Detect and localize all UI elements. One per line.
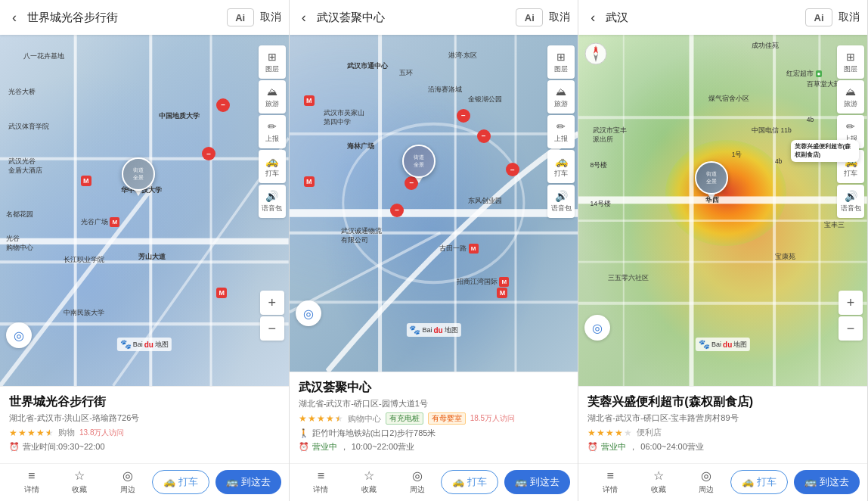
place-title-3: 芙蓉兴盛便利超市(森权副食店)	[587, 394, 858, 410]
tool-report-1[interactable]: ✏ 上报	[259, 115, 286, 148]
tool-layers-3[interactable]: ⊞ 图层	[837, 45, 864, 79]
action-bar-1: ≡ 详情 ☆ 收藏 ◎ 周边 🚕 打车 🚌 到这去	[0, 463, 289, 501]
detail-button-2[interactable]: ≡ 详情	[297, 469, 346, 495]
tool-layers-2[interactable]: ⊞ 图层	[547, 45, 575, 79]
ai-button-2[interactable]: Ai	[516, 8, 543, 26]
tool-voice-2[interactable]: 🔊 语音包	[547, 185, 575, 218]
nearby-button-3[interactable]: ◎ 周边	[682, 468, 730, 495]
zoom-in-3[interactable]: +	[839, 291, 863, 315]
map-tools-2: ⊞ 图层 ⛰ 旅游 ✏ 上报 🚕 打车 🔊 语音包	[544, 42, 578, 221]
place-address-2: 湖北省-武汉市-硚口区-园博大道1号	[299, 398, 569, 409]
place-title-1: 世界城光谷步行街	[9, 394, 280, 410]
tool-report-2[interactable]: ✏ 上报	[547, 115, 575, 148]
topbar-title-1: 世界城光谷步行街	[27, 11, 221, 25]
map-tools-3: ⊞ 图层 ⛰ 旅游 ✏ 上报 🚕 打车 🔊 语音包	[834, 42, 867, 221]
place-category-2: 购物中心	[348, 413, 381, 425]
map-marker-3: 街道全景	[695, 161, 728, 200]
cancel-button-3[interactable]: 取消	[839, 11, 860, 24]
nearby-button-2[interactable]: ◎ 周边	[393, 468, 442, 495]
place-address-1: 湖北省-武汉市-洪山区-珞瑜路726号	[9, 412, 280, 424]
info-card-2: 武汉荟聚中心 湖北省-武汉市-硚口区-园博大道1号 ★★★★★★ 购物中心 有充…	[290, 372, 578, 463]
panel-2: ‹ 武汉荟聚中心 Ai 取消 港湾·东区 沿海赛洛城 武汉市吴家山第四中学 金银…	[290, 0, 579, 501]
collect-button-1[interactable]: ☆ 收藏	[56, 468, 104, 495]
zoom-out-3[interactable]: −	[839, 316, 863, 341]
topbar-1: ‹ 世界城光谷步行街 Ai 取消	[0, 0, 289, 35]
location-button-3[interactable]: ◎	[584, 315, 610, 341]
collect-button-2[interactable]: ☆ 收藏	[345, 468, 393, 495]
map-store-label-3: 芙蓉兴盛便利超市(森权副食店)	[795, 143, 855, 159]
place-category-3: 便利店	[637, 427, 662, 438]
topbar-2: ‹ 武汉荟聚中心 Ai 取消	[290, 0, 578, 35]
place-title-2: 武汉荟聚中心	[299, 380, 569, 396]
location-button-1[interactable]: ◎	[6, 322, 32, 348]
svg-line-7	[0, 190, 150, 386]
tool-tourism-2[interactable]: ⛰ 旅游	[547, 80, 575, 114]
visit-count-1: 13.8万人访问	[79, 428, 124, 438]
taxi-button-2[interactable]: 🚕 打车	[441, 470, 498, 494]
charge-tag-2: 有充电桩	[386, 412, 423, 425]
panel-3: ‹ 武汉 Ai 取消 成功佳苑 红宏超市 ● 煤气宿舍小区 百草堂大药房 武汉市…	[578, 0, 868, 501]
map-1[interactable]: 八一花卉基地 光谷大桥 武汉体育学院 中国地质大学 武汉光谷金盾大酒店 华中科技…	[0, 35, 289, 386]
rating-stars-1: ★★★★★★	[9, 428, 54, 438]
navigate-button-3[interactable]: 🚌 到这去	[794, 470, 860, 494]
topbar-title-3: 武汉	[606, 11, 799, 25]
collect-button-3[interactable]: ☆ 收藏	[634, 468, 683, 495]
navigate-button-1[interactable]: 🚌 到这去	[215, 470, 281, 494]
zoom-in-1[interactable]: +	[260, 291, 284, 315]
taxi-button-1[interactable]: 🚕 打车	[152, 470, 209, 494]
location-button-2[interactable]: ◎	[296, 300, 321, 326]
nav-buttons-3: 🚕 打车 🚌 到这去	[730, 470, 860, 494]
topbar-title-2: 武汉荟聚中心	[317, 11, 510, 25]
zoom-controls-3: + −	[839, 291, 863, 341]
nearby-button-1[interactable]: ◎ 周边	[104, 468, 152, 495]
zoom-out-1[interactable]: −	[260, 316, 284, 341]
tool-taxi-2[interactable]: 🚕 打车	[547, 150, 575, 183]
baidu-logo-1: 🐾 Baidu地图	[117, 338, 172, 351]
tool-voice-1[interactable]: 🔊 语音包	[259, 185, 286, 218]
baidu-logo-3: 🐾 Baidu地图	[696, 338, 750, 351]
place-address-3: 湖北省-武汉市-硚口区-宝丰路营房村89号	[587, 412, 858, 424]
topbar-3: ‹ 武汉 Ai 取消	[578, 0, 867, 35]
map-2[interactable]: 港湾·东区 沿海赛洛城 武汉市吴家山第四中学 金银湖公园 海林广场 五环 武汉市…	[290, 35, 578, 372]
map-tools-1: ⊞ 图层 ⛰ 旅游 ✏ 上报 🚕 打车 🔊 语音包	[256, 42, 289, 221]
navigate-button-2[interactable]: 🚌 到这去	[504, 470, 570, 494]
panel-1: ‹ 世界城光谷步行街 Ai 取消 八一花卉基地 光谷大桥 武汉体育学院 中国地质…	[0, 0, 290, 501]
ai-button-3[interactable]: Ai	[805, 8, 832, 26]
detail-button-3[interactable]: ≡ 详情	[586, 469, 634, 495]
place-hours-1: ⏰ 营业时间:09:30~22:00	[9, 441, 280, 453]
tool-taxi-1[interactable]: 🚕 打车	[259, 150, 286, 183]
back-button-1[interactable]: ‹	[8, 8, 21, 27]
ai-button-1[interactable]: Ai	[227, 8, 254, 26]
detail-button-1[interactable]: ≡ 详情	[8, 469, 56, 495]
map-3[interactable]: 成功佳苑 红宏超市 ● 煤气宿舍小区 百草堂大药房 武汉市宝丰派出所 中国电信 …	[578, 35, 867, 386]
action-bar-3: ≡ 详情 ☆ 收藏 ◎ 周边 🚕 打车 🚌 到这去	[578, 463, 867, 501]
cancel-button-1[interactable]: 取消	[260, 11, 281, 24]
zoom-controls-1: + −	[260, 291, 284, 341]
map-marker-1: 街道全景	[122, 157, 155, 196]
action-bar-2: ≡ 详情 ☆ 收藏 ◎ 周边 🚕 打车 🚌 到这去	[290, 463, 578, 501]
map-marker-2: 街道全景	[402, 145, 436, 183]
cancel-button-2[interactable]: 取消	[549, 11, 570, 24]
place-distance-2: 🚶 距竹叶海地铁站(出口2)步行785米	[299, 428, 569, 439]
svg-text:N: N	[594, 46, 597, 51]
back-button-2[interactable]: ‹	[297, 8, 311, 27]
back-button-3[interactable]: ‹	[586, 8, 600, 27]
info-tags-3: ★★★★★ 便利店	[587, 427, 858, 438]
rating-stars-3: ★★★★★	[587, 428, 632, 438]
tool-tourism-3[interactable]: ⛰ 旅游	[837, 80, 864, 114]
info-tags-1: ★★★★★★ 购物 13.8万人访问	[9, 427, 280, 438]
info-tags-2: ★★★★★★ 购物中心 有充电桩 有母婴室 18.5万人访问	[299, 412, 569, 425]
nav-buttons-1: 🚕 打车 🚌 到这去	[152, 470, 281, 494]
taxi-button-3[interactable]: 🚕 打车	[730, 470, 788, 494]
compass-3[interactable]: N	[584, 42, 607, 65]
nav-buttons-2: 🚕 打车 🚌 到这去	[441, 470, 570, 494]
tool-voice-3[interactable]: 🔊 语音包	[837, 185, 864, 218]
baidu-logo-2: 🐾 Baidu地图	[406, 323, 460, 337]
place-hours-2: ⏰ 营业中 ， 10:00~22:00营业	[299, 441, 569, 453]
info-card-1: 世界城光谷步行街 湖北省-武汉市-洪山区-珞瑜路726号 ★★★★★★ 购物 1…	[0, 386, 289, 463]
visit-count-2: 18.5万人访问	[470, 413, 515, 424]
info-card-3: 芙蓉兴盛便利超市(森权副食店) 湖北省-武汉市-硚口区-宝丰路营房村89号 ★★…	[578, 386, 867, 463]
place-hours-3: ⏰ 营业中 ， 06:00~24:00营业	[587, 441, 858, 453]
tool-tourism-1[interactable]: ⛰ 旅游	[259, 80, 286, 114]
tool-layers-1[interactable]: ⊞ 图层	[259, 45, 286, 79]
